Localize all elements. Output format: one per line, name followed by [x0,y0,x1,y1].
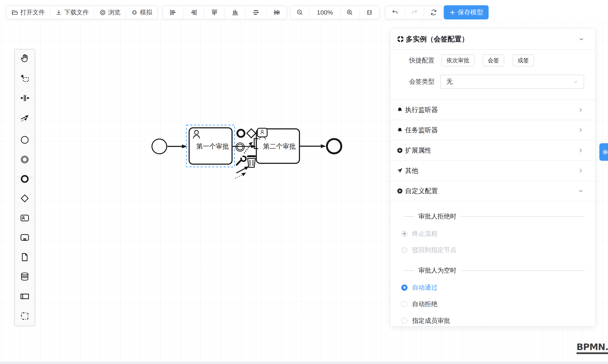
gateway-icon [20,194,30,203]
gear-icon [602,148,608,156]
zoom-in-icon [346,9,353,16]
participant-pool-icon [20,292,30,301]
restart-button[interactable] [424,6,443,19]
create-subprocess[interactable] [20,232,30,243]
simulate-chip-icon [131,9,138,16]
simulate-button[interactable]: 模拟 [126,6,157,19]
space-tool[interactable] [20,93,30,103]
zoom-out-icon [296,9,304,16]
chevron-down-icon[interactable] [578,36,584,42]
align-bottom-icon [231,8,239,16]
sign-type-row: 会签类型 无 [391,75,595,89]
radio-auto-pass[interactable]: 自动通过 [391,283,595,292]
align-left-icon [169,8,177,16]
sign-type-select[interactable]: 无 [440,75,584,89]
radio-label: 驳回到指定节点 [412,246,456,254]
countersign-button[interactable]: 会签 [483,54,504,66]
create-data-object[interactable] [20,252,30,262]
append-gateway-icon[interactable] [247,129,256,138]
align-bottom-button[interactable] [225,6,245,19]
radio-icon [401,301,408,307]
panel-header[interactable]: 多实例（会签配置） [391,29,595,50]
connect-arrow-icon[interactable] [236,166,249,179]
empty-group-title-text: 审批人为空时 [418,266,456,275]
align-button-group [162,5,287,19]
create-start-event[interactable] [20,135,30,145]
quick-config-row: 快捷配置 依次审批 会签 或签 [391,54,595,66]
sequence-flow-1[interactable] [167,144,187,148]
distribute-horizontal-button[interactable] [266,6,287,19]
section-task-listener[interactable]: 任务监听器 [391,120,595,141]
open-file-button[interactable]: 打开文件 [6,6,50,19]
align-left-button[interactable] [162,6,183,19]
task-node-1[interactable]: 第一个审批 [189,128,232,164]
create-user-task[interactable] [20,213,30,223]
reject-group-title-text: 审批人拒绝时 [418,212,456,221]
lasso-tool[interactable] [20,74,30,84]
align-top-button[interactable] [204,6,225,19]
append-end-event-icon[interactable] [237,130,245,137]
radio-icon [401,247,408,253]
task-label: 第二个审批 [263,143,296,150]
end-event-node[interactable] [327,139,341,153]
distribute-horizontal-icon [273,8,281,16]
bottom-scrollbar-track[interactable] [0,362,608,364]
align-right-button[interactable] [183,6,204,19]
preview-button[interactable]: 浏览 [94,6,126,19]
multi-instance-icon [397,36,404,43]
lasso-tool-icon [20,74,30,83]
align-top-icon [211,8,219,16]
create-end-event[interactable] [20,174,30,184]
properties-panel: 多实例（会签配置） 快捷配置 依次审批 会签 或签 会签类型 无 执行监听器 [391,29,595,326]
create-participant[interactable] [20,291,30,301]
section-execution-listener[interactable]: 执行监听器 [391,100,595,120]
global-connect-tool[interactable] [20,113,30,123]
data-store-icon [20,272,30,281]
history-button-group [385,5,443,19]
plus-icon [449,9,456,16]
start-event-node[interactable] [152,139,167,154]
bell-icon [397,127,403,133]
save-model-button[interactable]: 保存模型 [444,5,489,19]
section-other[interactable]: 其他 [391,161,595,181]
zoom-in-button[interactable] [340,6,359,19]
radio-label: 终止流程 [412,229,437,238]
download-file-button[interactable]: 下载文件 [50,6,94,19]
sequential-approval-button[interactable]: 依次审批 [441,54,475,66]
align-center-horizontal-button[interactable] [245,6,266,19]
append-user-task-icon[interactable] [257,128,267,137]
wrench-icon[interactable] [237,156,246,165]
space-tool-icon [20,93,30,103]
redo-button[interactable] [405,6,424,19]
section-extended-properties[interactable]: 扩展属性 [391,141,595,161]
quick-config-buttons: 依次审批 会签 或签 [441,54,534,66]
restart-icon [430,9,437,16]
or-sign-button[interactable]: 或签 [513,54,534,66]
create-intermediate-event[interactable] [20,155,30,165]
radio-auto-reject[interactable]: 自动拒绝 [391,299,595,309]
user-task-icon [20,213,30,223]
trash-icon[interactable] [247,155,256,167]
fit-viewport-button[interactable] [359,6,379,19]
radio-assign-member[interactable]: 指定成员审批 [391,316,595,325]
group-icon [20,311,30,321]
zoom-out-button[interactable] [290,6,309,19]
plus-circle-icon [397,188,403,194]
create-group[interactable] [20,311,30,321]
sequence-flow-3[interactable] [299,144,326,148]
bpmn-io-watermark[interactable]: BPMN.iO [577,342,608,354]
settings-tab[interactable] [599,143,608,161]
append-intermediate-event-icon[interactable] [236,143,244,151]
chevron-right-icon [578,127,584,133]
download-icon [55,9,62,16]
undo-button[interactable] [385,6,405,19]
create-gateway[interactable] [20,193,30,203]
radio-return-to-node: 驳回到指定节点 [391,245,595,255]
subprocess-icon [20,233,30,242]
create-data-store[interactable] [20,272,30,282]
section-custom-config[interactable]: 自定义配置 [391,181,595,201]
hand-tool[interactable] [20,53,30,63]
preview-icon [99,9,106,16]
align-center-horizontal-icon [252,8,260,16]
undo-icon [391,9,398,16]
